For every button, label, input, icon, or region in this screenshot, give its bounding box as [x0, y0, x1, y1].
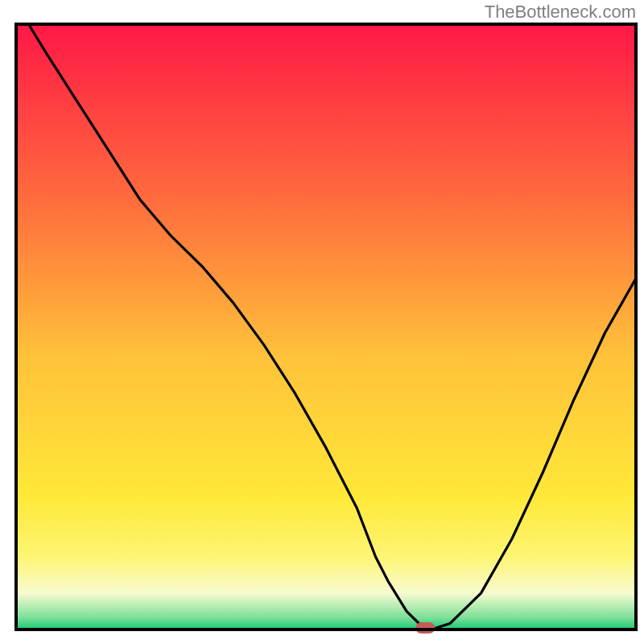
gradient-background: [16, 24, 636, 630]
chart-container: TheBottleneck.com: [0, 0, 644, 644]
bottleneck-chart: [0, 0, 644, 644]
watermark-text: TheBottleneck.com: [485, 2, 636, 23]
